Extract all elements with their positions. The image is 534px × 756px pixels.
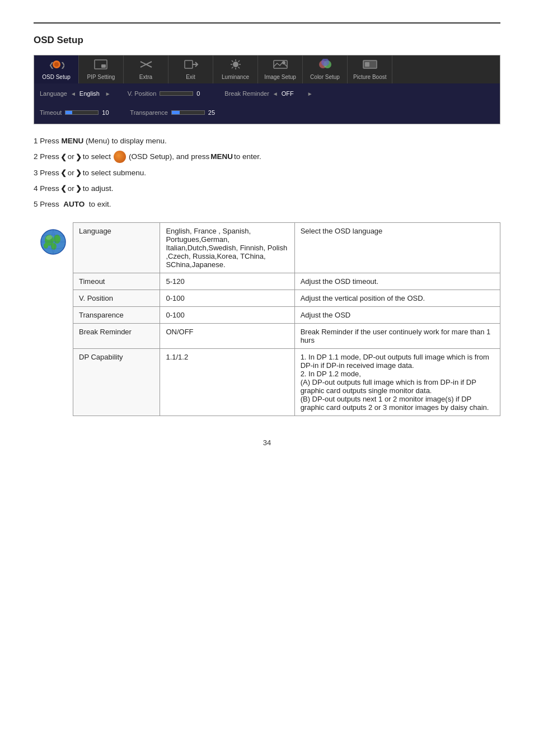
svg-line-18 <box>232 67 233 69</box>
table-row: Transparence0-100Adjust the OSD <box>73 307 500 324</box>
page-container: OSD Setup ❮ ❯ OSD Setup <box>0 0 534 756</box>
step4-chevron-right: ❯ <box>76 182 82 195</box>
svg-line-16 <box>238 67 240 69</box>
globe-icon-container <box>34 222 73 416</box>
osd-menu-item-extra[interactable]: Extra <box>124 55 168 83</box>
osd-menu-item-picture-boost[interactable]: Picture Boost <box>348 55 392 83</box>
vposition-value: 0 <box>196 90 208 97</box>
osd-setup-icon: ❮ ❯ <box>49 59 64 73</box>
vposition-field: V. Position 0 <box>128 90 208 97</box>
step1-menu-bold: MENU <box>62 137 84 145</box>
reference-table: LanguageEnglish, France , Spanish, Portu… <box>73 222 500 416</box>
picture-boost-icon <box>362 59 378 73</box>
table-cell-values: 1.1/1.2 <box>160 349 294 416</box>
luminance-label: Luminance <box>222 74 249 80</box>
picture-boost-label: Picture Boost <box>353 74 386 80</box>
step3-chevron-right: ❯ <box>76 166 82 179</box>
transparence-slider-fill <box>172 111 180 114</box>
table-row: Break ReminderON/OFFBreak Reminder if th… <box>73 324 500 349</box>
osd-menu-item-osd-setup[interactable]: ❮ ❯ OSD Setup <box>34 55 79 83</box>
break-reminder-left-arrow[interactable]: ◄ <box>273 91 278 97</box>
osd-menu-container: ❮ ❯ OSD Setup PIP Setting <box>34 55 500 124</box>
table-cell-description: Adjust the OSD timeout. <box>294 273 500 290</box>
table-row: V. Position0-100Adjust the vertical posi… <box>73 290 500 307</box>
table-cell-name: Language <box>73 223 160 273</box>
svg-point-10 <box>233 62 238 67</box>
image-setup-label: Image Setup <box>264 74 296 80</box>
osd-content-row: Language ◄ English ► V. Position 0 Break… <box>34 83 500 104</box>
color-setup-icon <box>317 59 333 73</box>
transparence-field-label: Transparence <box>130 109 167 116</box>
table-cell-values: English, France , Spanish, Portugues,Ger… <box>160 223 294 273</box>
step2-chevron-right: ❯ <box>76 151 82 164</box>
step2-menu-bold: MENU <box>210 150 233 164</box>
step2-chevron-left: ❮ <box>60 151 67 164</box>
table-cell-name: V. Position <box>73 290 160 307</box>
break-reminder-label: Break Reminder <box>224 90 269 97</box>
vposition-slider[interactable] <box>160 91 193 96</box>
table-row: LanguageEnglish, France , Spanish, Portu… <box>73 223 500 273</box>
break-reminder-value: OFF <box>282 90 304 97</box>
osd-menu-item-pip[interactable]: PIP Setting <box>79 55 124 83</box>
extra-label: Extra <box>139 74 152 80</box>
svg-point-2 <box>54 62 59 67</box>
language-value: English <box>79 90 102 97</box>
break-reminder-right-arrow[interactable]: ► <box>307 91 313 97</box>
svg-rect-8 <box>185 60 193 68</box>
timeout-value: 10 <box>102 109 113 116</box>
language-field: Language ◄ English ► <box>40 90 111 97</box>
ref-table-container: LanguageEnglish, France , Spanish, Portu… <box>34 222 500 416</box>
pip-label: PIP Setting <box>87 74 115 80</box>
step3-chevron-left: ❮ <box>60 166 67 179</box>
instructions: 1 Press MENU (Menu) to display menu. 2 P… <box>34 134 500 211</box>
page-number: 34 <box>34 438 500 447</box>
globe-icon <box>39 228 67 256</box>
table-cell-description: Select the OSD language <box>294 223 500 273</box>
step4-chevron-left: ❮ <box>60 182 67 195</box>
svg-point-20 <box>282 61 285 64</box>
timeout-slider-fill <box>65 111 72 114</box>
step5-auto-bold: AUTO <box>63 200 85 208</box>
transparence-slider[interactable] <box>171 110 205 115</box>
svg-rect-5 <box>101 64 106 68</box>
exit-icon <box>183 59 199 73</box>
osd-menu-item-color-setup[interactable]: Color Setup <box>303 55 348 83</box>
table-cell-name: Break Reminder <box>73 324 160 349</box>
table-cell-name: Transparence <box>73 307 160 324</box>
table-cell-description: Adjust the OSD <box>294 307 500 324</box>
table-cell-values: 5-120 <box>160 273 294 290</box>
language-field-label: Language <box>40 90 67 97</box>
table-row: DP Capability1.1/1.21. In DP 1.1 mode, D… <box>73 349 500 416</box>
step2-icon <box>114 151 126 163</box>
top-border <box>34 22 500 24</box>
step-1: 1 Press MENU (Menu) to display menu. <box>34 134 500 148</box>
table-cell-description: Break Reminder if the user continuely wo… <box>294 324 500 349</box>
table-cell-values: 0-100 <box>160 290 294 307</box>
step-3: 3 Press ❮ or ❯ to select submenu. <box>34 166 500 180</box>
timeout-field: Timeout 10 <box>40 109 113 116</box>
step-4: 4 Press ❮ or ❯ to adjust. <box>34 182 500 195</box>
timeout-slider[interactable] <box>65 110 99 115</box>
table-cell-name: DP Capability <box>73 349 160 416</box>
vposition-field-label: V. Position <box>128 90 157 97</box>
language-left-arrow[interactable]: ◄ <box>71 91 76 97</box>
luminance-icon <box>228 59 243 73</box>
step-5: 5 Press AUTO to exit. <box>34 198 500 211</box>
break-reminder-field: Break Reminder ◄ OFF ► <box>224 90 312 97</box>
table-cell-values: ON/OFF <box>160 324 294 349</box>
table-cell-description: Adjust the vertical position of the OSD. <box>294 290 500 307</box>
osd-menu-item-exit[interactable]: Exit <box>168 55 213 83</box>
extra-icon <box>138 59 154 73</box>
osd-menu-item-luminance[interactable]: Luminance <box>213 55 258 83</box>
osd-setup-label: OSD Setup <box>42 74 71 80</box>
svg-line-15 <box>232 60 233 62</box>
table-cell-values: 0-100 <box>160 307 294 324</box>
svg-point-30 <box>44 243 48 249</box>
transparence-field: Transparence 25 <box>130 109 219 116</box>
page-title: OSD Setup <box>34 35 500 46</box>
color-setup-label: Color Setup <box>310 74 340 80</box>
svg-text:❯: ❯ <box>60 61 64 69</box>
step-2: 2 Press ❮ or ❯ to select (OSD Setup), an… <box>34 150 500 164</box>
language-right-arrow[interactable]: ► <box>105 91 111 97</box>
osd-menu-item-image-setup[interactable]: Image Setup <box>258 55 303 83</box>
